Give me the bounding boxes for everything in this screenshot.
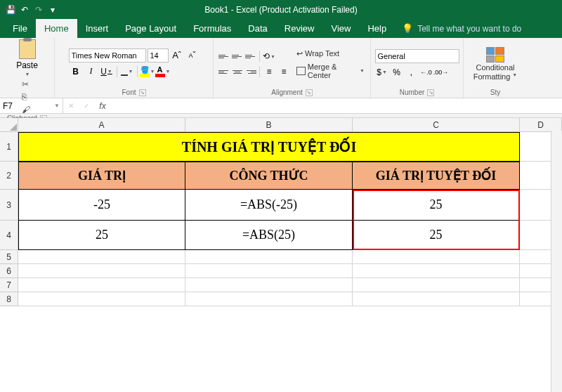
tab-page-layout[interactable]: Page Layout [117, 19, 185, 38]
save-icon[interactable]: 💾 [6, 5, 15, 15]
cell-b7[interactable] [185, 278, 353, 292]
cell-c3[interactable]: 25 [353, 190, 520, 221]
wrap-text-label: Wrap Text [305, 49, 339, 58]
number-launcher[interactable]: ↘ [427, 89, 434, 96]
font-color-button[interactable]: A▼ [156, 65, 170, 79]
row-header-3[interactable]: 3 [0, 190, 18, 221]
row-header-1[interactable]: 1 [0, 132, 18, 162]
chevron-down-icon[interactable]: ▼ [54, 103, 60, 109]
row-header-2[interactable]: 2 [0, 162, 18, 190]
cell-c2[interactable]: GIÁ TRỊ TUYỆT ĐỐI [353, 162, 520, 190]
grow-font-button[interactable]: Aˆ [170, 48, 184, 63]
cell-c6[interactable] [353, 264, 520, 278]
wrap-text-button[interactable]: ↩ Wrap Text [295, 48, 366, 59]
styles-group-label: Sty [490, 89, 500, 96]
group-styles: Conditional Formatting▼ Sty [464, 38, 527, 98]
number-format-select[interactable] [375, 49, 459, 63]
row-header-8[interactable]: 8 [0, 292, 18, 306]
insert-function-button[interactable]: fx [94, 98, 111, 113]
tab-file[interactable]: File [4, 19, 36, 38]
cell-c4[interactable]: 25 [353, 221, 520, 250]
cond-fmt-label-1: Conditional [476, 63, 514, 72]
cell-b2[interactable]: CÔNG THỨC [185, 162, 353, 190]
cell-c8[interactable] [353, 292, 520, 306]
tab-formulas[interactable]: Formulas [185, 19, 240, 38]
decrease-decimal-button[interactable]: .00→ [434, 65, 448, 79]
cell-c5[interactable] [353, 250, 520, 264]
tab-insert[interactable]: Insert [77, 19, 117, 38]
cell-b5[interactable] [185, 250, 353, 264]
increase-decimal-button[interactable]: ←.0 [419, 65, 433, 79]
cell-b4[interactable]: =ABS(25) [185, 221, 353, 250]
paste-button[interactable]: Paste ▼ [16, 39, 38, 77]
align-right-button[interactable] [244, 66, 257, 77]
decrease-indent-button[interactable]: ≡ [262, 65, 276, 79]
enter-formula-button[interactable]: ✓ [79, 98, 94, 113]
cell-a7[interactable] [18, 278, 185, 292]
redo-icon[interactable]: ↷ [34, 5, 44, 15]
col-header-c[interactable]: C [353, 118, 520, 132]
align-center-button[interactable] [231, 66, 244, 77]
row-header-5[interactable]: 5 [0, 250, 18, 264]
ribbon-tabs: File Home Insert Page Layout Formulas Da… [0, 20, 562, 38]
select-all-button[interactable] [0, 118, 18, 132]
col-header-a[interactable]: A [18, 118, 185, 132]
bold-button[interactable]: B [69, 65, 83, 79]
cell-a8[interactable] [18, 292, 185, 306]
cell-a4[interactable]: 25 [18, 221, 185, 250]
tab-review[interactable]: Review [276, 19, 323, 38]
font-color-swatch [155, 74, 165, 77]
alignment-launcher[interactable]: ↘ [306, 89, 313, 96]
merge-center-button[interactable]: Merge & Center ▼ [295, 62, 366, 80]
shrink-font-button[interactable]: Aˇ [185, 48, 200, 63]
percent-button[interactable]: % [390, 65, 404, 79]
conditional-formatting-button[interactable]: Conditional Formatting▼ [473, 47, 518, 81]
cell-b3[interactable]: =ABS(-25) [185, 190, 353, 221]
font-size-select[interactable] [148, 48, 169, 63]
cell-a5[interactable] [18, 250, 185, 264]
cancel-formula-button[interactable]: ✕ [63, 98, 79, 113]
undo-icon[interactable]: ↶ [20, 5, 30, 15]
cell-b8[interactable] [185, 292, 353, 306]
row-header-6[interactable]: 6 [0, 264, 18, 278]
align-top-button[interactable] [218, 51, 230, 62]
cut-button[interactable]: ✂ [22, 79, 33, 89]
borders-button[interactable]: ▼ [120, 65, 134, 79]
name-box[interactable]: F7 ▼ [0, 98, 63, 113]
tab-help[interactable]: Help [359, 19, 395, 38]
cell-a1-merged-title[interactable]: TÍNH GIÁ TRỊ TUYỆT ĐỐI [18, 132, 520, 162]
fill-color-button[interactable]: 🪣▼ [140, 65, 155, 79]
currency-button[interactable]: $▼ [375, 65, 389, 79]
merge-center-label: Merge & Center [308, 63, 357, 79]
tab-data[interactable]: Data [240, 19, 275, 38]
tell-me-search[interactable]: 💡 Tell me what you want to do [402, 23, 521, 38]
increase-indent-button[interactable]: ≡ [277, 65, 291, 79]
align-bottom-button[interactable] [244, 51, 257, 62]
qat-dropdown-icon[interactable]: ▾ [48, 5, 58, 15]
font-launcher[interactable]: ↘ [139, 89, 146, 96]
ribbon: Paste ▼ ✂ ⎘ 🖌 Clipboard↘ Aˆ Aˇ B I U▼ [0, 38, 562, 98]
comma-button[interactable]: , [405, 65, 419, 79]
vertical-scrollbar[interactable] [551, 131, 562, 392]
cell-a6[interactable] [18, 264, 185, 278]
quick-access-toolbar: 💾 ↶ ↷ ▾ [6, 5, 58, 15]
align-middle-button[interactable] [231, 51, 244, 62]
row-header-4[interactable]: 4 [0, 221, 18, 250]
underline-button[interactable]: U▼ [100, 65, 114, 79]
col-header-b[interactable]: B [185, 118, 353, 132]
font-name-select[interactable] [69, 48, 146, 63]
cell-c7[interactable] [353, 278, 520, 292]
tell-me-label: Tell me what you want to do [417, 24, 521, 34]
cell-b6[interactable] [185, 264, 353, 278]
formula-bar[interactable] [111, 98, 562, 113]
orientation-button[interactable]: ⟲▼ [262, 49, 276, 63]
cell-a2[interactable]: GIÁ TRỊ [18, 162, 185, 190]
window-title: Book1 - Excel (Product Activation Failed… [0, 5, 562, 15]
tab-home[interactable]: Home [36, 19, 77, 38]
align-left-button[interactable] [218, 66, 230, 77]
row-header-7[interactable]: 7 [0, 278, 18, 292]
italic-button[interactable]: I [84, 65, 98, 79]
col-header-d[interactable]: D [520, 118, 562, 132]
tab-view[interactable]: View [322, 19, 359, 38]
cell-a3[interactable]: -25 [18, 190, 185, 221]
